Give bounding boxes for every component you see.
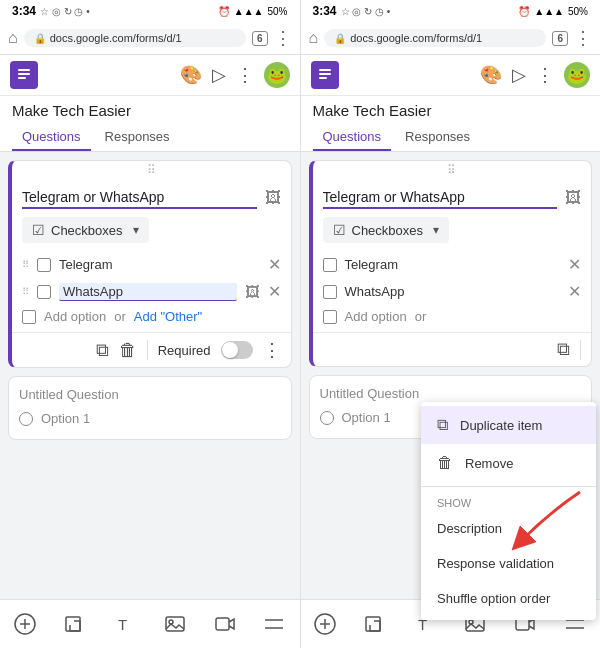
status-icons-left: ☆ ◎ ↻ ◷ • (40, 6, 90, 17)
context-menu-validation[interactable]: Response validation (421, 546, 596, 581)
svg-rect-16 (319, 77, 327, 79)
drag-handle-left[interactable]: ⠿ (12, 161, 291, 179)
home-icon-left[interactable]: ⌂ (8, 29, 18, 47)
option-label-left: Option 1 (41, 411, 90, 426)
add-option-text-right[interactable]: Add option (345, 309, 407, 324)
dropdown-arrow-right: ▾ (433, 223, 439, 237)
battery-right: 50% (568, 6, 588, 17)
card-footer-left: ⧉ 🗑 Required ⋮ (12, 332, 291, 367)
text-btn-left[interactable]: T (107, 606, 143, 642)
question-header-left: 🖼 (12, 179, 291, 213)
type-selector-left[interactable]: ☑ Checkboxes ▾ (22, 217, 149, 243)
footer-divider-right (580, 340, 581, 360)
context-menu-duplicate[interactable]: ⧉ Duplicate item (421, 406, 596, 444)
add-option-text-left[interactable]: Add option (44, 309, 106, 324)
browser-bar-left: ⌂ 🔒 docs.google.com/forms/d/1 6 ⋮ (0, 22, 300, 55)
home-icon-right[interactable]: ⌂ (309, 29, 319, 47)
tab-questions-right[interactable]: Questions (313, 123, 392, 151)
svg-rect-2 (18, 77, 26, 79)
dropdown-arrow-left: ▾ (133, 223, 139, 237)
palette-icon-right[interactable]: 🎨 (480, 64, 502, 86)
image-btn-left[interactable] (157, 606, 193, 642)
close-whatsapp-right[interactable]: ✕ (568, 282, 581, 301)
add-other-left[interactable]: Add "Other" (134, 309, 203, 324)
close-whatsapp-left[interactable]: ✕ (268, 282, 281, 301)
svg-rect-20 (366, 617, 380, 631)
send-icon-left[interactable]: ▷ (212, 64, 226, 86)
card-footer-right: ⧉ (313, 332, 592, 366)
question-title-left[interactable] (22, 187, 257, 209)
import-btn-right[interactable] (357, 606, 393, 642)
option-telegram-left: ⠿ Telegram ✕ (12, 251, 291, 278)
context-menu-show-label: Show (421, 491, 596, 511)
question-title-right[interactable] (323, 187, 558, 209)
option-text-whatsapp-left[interactable]: WhatsApp (59, 283, 237, 301)
untitled-option-left: Option 1 (19, 408, 281, 429)
form-title-left: Make Tech Easier (0, 96, 300, 123)
forms-logo-right (311, 61, 339, 89)
add-btn-left[interactable] (7, 606, 43, 642)
drag-handle-right[interactable]: ⠿ (313, 161, 592, 179)
delete-icon-left[interactable]: 🗑 (119, 340, 137, 361)
more-footer-icon-left[interactable]: ⋮ (263, 339, 281, 361)
avatar-right[interactable]: 🐸 (564, 62, 590, 88)
radio-right (320, 411, 334, 425)
drag-dots-left-2: ⠿ (22, 286, 29, 297)
add-btn-right[interactable] (307, 606, 343, 642)
palette-icon-left[interactable]: 🎨 (180, 64, 202, 86)
context-menu-description[interactable]: Description (421, 511, 596, 546)
question-image-btn-left[interactable]: 🖼 (265, 189, 281, 207)
tab-badge-left[interactable]: 6 (252, 31, 268, 46)
checkbox-whatsapp-left[interactable] (37, 285, 51, 299)
send-icon-right[interactable]: ▷ (512, 64, 526, 86)
untitled-title-right: Untitled Question (320, 386, 582, 401)
import-btn-left[interactable] (57, 606, 93, 642)
type-selector-right[interactable]: ☑ Checkboxes ▾ (323, 217, 450, 243)
address-bar-right[interactable]: 🔒 docs.google.com/forms/d/1 (324, 29, 546, 47)
checkbox-telegram-right[interactable] (323, 258, 337, 272)
context-menu-divider (421, 486, 596, 487)
copy-icon-left[interactable]: ⧉ (96, 340, 109, 361)
duplicate-icon: ⧉ (437, 416, 448, 434)
add-option-row-left: Add option or Add "Other" (12, 305, 291, 332)
avatar-left[interactable]: 🐸 (264, 62, 290, 88)
right-panel: ⌂ 🔒 docs.google.com/forms/d/1 6 ⋮ (301, 22, 601, 648)
battery-left: 50% (267, 6, 287, 17)
context-menu-shuffle[interactable]: Shuffle option order (421, 581, 596, 616)
checkbox-telegram-left[interactable] (37, 258, 51, 272)
tab-responses-left[interactable]: Responses (95, 123, 180, 151)
option-telegram-right: Telegram ✕ (313, 251, 592, 278)
video-btn-left[interactable] (207, 606, 243, 642)
status-icons-right: ☆ ◎ ↻ ◷ • (341, 6, 391, 17)
close-telegram-right[interactable]: ✕ (568, 255, 581, 274)
app-header-left: 🎨 ▷ ⋮ 🐸 (0, 55, 300, 96)
wifi-icon-left: ▲▲▲ (234, 6, 264, 17)
context-menu: ⧉ Duplicate item 🗑 Remove Show Descripti… (421, 402, 596, 620)
tab-badge-right[interactable]: 6 (552, 31, 568, 46)
app-header-right: 🎨 ▷ ⋮ 🐸 (301, 55, 601, 96)
question-image-btn-right[interactable]: 🖼 (565, 189, 581, 207)
left-panel: ⌂ 🔒 docs.google.com/forms/d/1 6 ⋮ (0, 22, 300, 648)
checkbox-whatsapp-right[interactable] (323, 285, 337, 299)
svg-rect-0 (18, 69, 30, 71)
forms-logo-left (10, 61, 38, 89)
address-bar-left[interactable]: 🔒 docs.google.com/forms/d/1 (24, 29, 246, 47)
context-menu-remove[interactable]: 🗑 Remove (421, 444, 596, 482)
menu-dots-right[interactable]: ⋮ (574, 27, 592, 49)
alarm-icon-right: ⏰ (518, 6, 530, 17)
copy-icon-right[interactable]: ⧉ (557, 339, 570, 360)
lock-icon-left: 🔒 (34, 33, 46, 44)
required-toggle-left[interactable] (221, 341, 253, 359)
tab-responses-right[interactable]: Responses (395, 123, 480, 151)
more-icon-right[interactable]: ⋮ (536, 64, 554, 86)
option-image-whatsapp-left[interactable]: 🖼 (245, 283, 260, 300)
menu-dots-left[interactable]: ⋮ (274, 27, 292, 49)
close-telegram-left[interactable]: ✕ (268, 255, 281, 274)
more-icon-left[interactable]: ⋮ (236, 64, 254, 86)
wifi-icon-right: ▲▲▲ (534, 6, 564, 17)
untitled-card-left: Untitled Question Option 1 (8, 376, 292, 440)
shuffle-label: Shuffle option order (437, 591, 550, 606)
footer-divider-left (147, 340, 148, 360)
tab-questions-left[interactable]: Questions (12, 123, 91, 151)
section-btn-left[interactable] (256, 606, 292, 642)
